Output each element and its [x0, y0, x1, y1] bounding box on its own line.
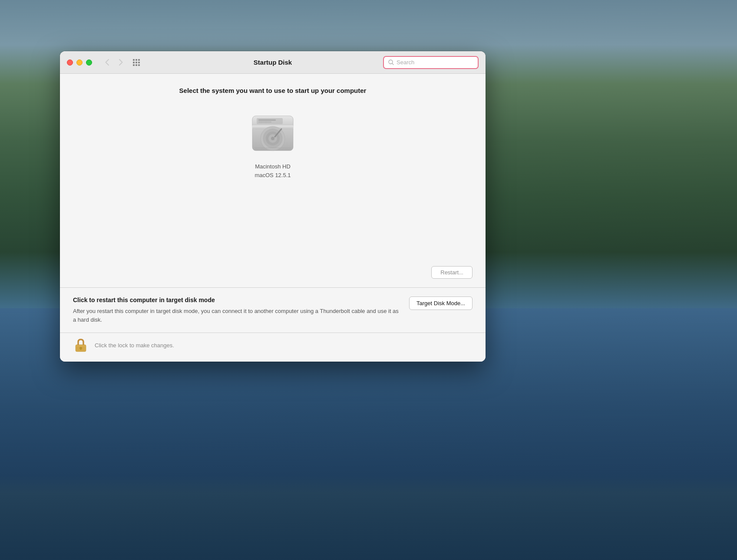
- grid-button[interactable]: [130, 56, 142, 69]
- minimize-button[interactable]: [76, 59, 83, 66]
- svg-rect-4: [257, 118, 283, 124]
- restart-area: Restart...: [60, 266, 486, 287]
- svg-rect-13: [254, 148, 291, 148]
- svg-rect-18: [76, 345, 86, 346]
- search-input[interactable]: [397, 59, 473, 66]
- search-box[interactable]: [383, 56, 479, 69]
- target-disk-description: After you restart this computer in targe…: [73, 307, 400, 324]
- svg-rect-17: [80, 348, 82, 350]
- disk-label: Macintosh HD macOS 12.5.1: [254, 162, 291, 179]
- target-disk-section: Click to restart this computer in target…: [60, 288, 486, 333]
- forward-button[interactable]: [115, 56, 127, 69]
- nav-buttons: [101, 56, 127, 69]
- target-disk-text: Click to restart this computer in target…: [73, 296, 400, 324]
- disk-os: macOS 12.5.1: [254, 171, 291, 180]
- lock-button[interactable]: [73, 337, 89, 353]
- svg-point-11: [271, 137, 274, 140]
- close-button[interactable]: [67, 59, 73, 66]
- traffic-lights: [67, 59, 92, 66]
- svg-rect-6: [258, 122, 271, 122]
- window-title: Startup Disk: [254, 59, 292, 66]
- target-disk-title: Click to restart this computer in target…: [73, 296, 400, 303]
- target-disk-mode-button[interactable]: Target Disk Mode...: [409, 296, 473, 310]
- lock-text: Click the lock to make changes.: [95, 342, 174, 349]
- maximize-button[interactable]: [86, 59, 92, 66]
- disk-name: Macintosh HD: [254, 162, 291, 171]
- grid-icon: [133, 59, 140, 66]
- content-area: Select the system you want to use to sta…: [60, 74, 486, 362]
- restart-button[interactable]: Restart...: [431, 266, 473, 279]
- svg-rect-5: [258, 119, 276, 121]
- disk-icon: [249, 107, 297, 157]
- instruction-text: Select the system you want to use to sta…: [179, 87, 367, 94]
- disk-item[interactable]: Macintosh HD macOS 12.5.1: [249, 107, 297, 179]
- back-button[interactable]: [101, 56, 113, 69]
- system-preferences-window: Startup Disk Select the system you want …: [60, 51, 486, 362]
- lock-icon: [75, 338, 87, 352]
- lock-section: Click the lock to make changes.: [60, 333, 486, 362]
- main-area: Select the system you want to use to sta…: [60, 74, 486, 266]
- titlebar: Startup Disk: [60, 51, 486, 74]
- search-icon: [388, 59, 394, 65]
- svg-rect-14: [254, 149, 291, 150]
